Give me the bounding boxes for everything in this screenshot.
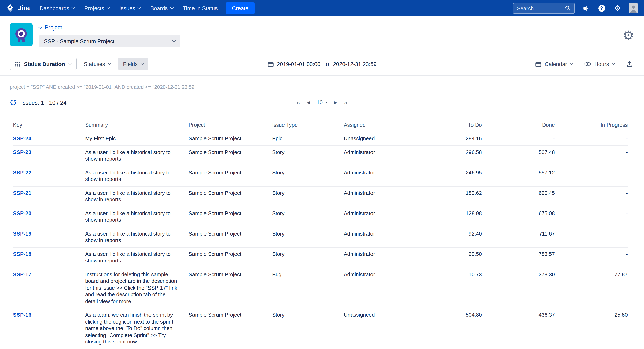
issue-key-link[interactable]: SSP-22 [13,169,31,176]
table-row: SSP-16As a team, we can finish the sprin… [13,308,628,349]
column-header-summary: Summary [85,118,188,132]
user-avatar[interactable] [628,3,638,13]
issue-project: Sample Scrum Project [188,227,272,247]
issue-key-link[interactable]: SSP-24 [13,135,31,142]
report-type-label: Status Duration [24,61,65,67]
calendar-mode-button[interactable]: Calendar [534,58,574,70]
nav-issues-label: Issues [119,5,135,11]
date-range-picker[interactable]: 2019-01-01 00:00 to 2020-12-31 23:59 [268,61,376,67]
issue-key-cell: SSP-16 [13,308,85,349]
create-button[interactable]: Create [226,2,254,14]
report-toolbar: Status Duration Statuses Fields 2019-01-… [0,52,644,76]
search-input[interactable]: Search [513,3,575,14]
caret-down-icon: ▾ [326,101,328,104]
top-navbar: Jira Dashboards Projects Issues Boards T… [0,0,644,16]
last-page-button[interactable]: » [344,99,348,106]
issue-type: Story [272,227,344,247]
inprogress-value: - [555,186,628,206]
todo-value: 183.62 [425,186,482,206]
inprogress-value: - [555,132,628,146]
table-row: SSP-21As a user, I'd like a historical s… [13,186,628,206]
project-meta: Project SSP - Sample Scrum Project [39,23,180,47]
done-value: 783.57 [482,247,555,268]
toolbar-left: Status Duration Statuses Fields [10,58,268,70]
jira-home-link[interactable]: Jira [6,4,30,13]
statuses-button[interactable]: Statuses [82,58,112,70]
feedback-megaphone-icon[interactable] [581,3,591,13]
issue-type: Story [272,146,344,166]
issue-assignee: Administrator [344,206,425,227]
settings-gear-icon[interactable]: ⚙ [613,3,622,13]
issue-summary: As a team, we can finish the sprint by c… [85,308,188,349]
refresh-icon[interactable] [10,99,17,106]
help-icon[interactable]: ? [597,3,606,13]
issue-key-link[interactable]: SSP-18 [13,251,31,257]
column-header-project: Project [188,118,272,132]
inprogress-value: - [555,206,628,227]
nav-issues[interactable]: Issues [119,5,140,11]
issue-key-cell: SSP-17 [13,268,85,308]
chevron-down-icon [140,62,144,65]
navbar-right: Search ? ⚙ [513,3,638,14]
issue-key-link[interactable]: SSP-21 [13,190,31,196]
issue-assignee: Administrator [344,227,425,247]
done-value: 507.48 [482,146,555,166]
issue-key-link[interactable]: SSP-16 [13,312,31,318]
nav-time-in-status[interactable]: Time in Status [183,5,218,11]
issue-project: Sample Scrum Project [188,186,272,206]
issues-bar: Issues: 1 - 10 / 24 « ◀ 10 ▾ ▶ » [0,90,644,109]
calendar-icon [535,61,541,67]
table-row: SSP-24My First EpicSample Scrum ProjectE… [13,132,628,146]
export-icon[interactable] [624,59,634,69]
chevron-down-icon [108,62,112,65]
issues-table: Key Summary Project Issue Type Assignee … [13,118,628,349]
fields-button[interactable]: Fields [118,58,148,70]
issue-project: Sample Scrum Project [188,247,272,268]
issue-assignee: Administrator [344,146,425,166]
chevron-down-icon [138,6,141,9]
primary-nav: Dashboards Projects Issues Boards Time i… [40,5,218,11]
column-header-key: Key [13,118,85,132]
jql-query-text: project = "SSP" AND created >= "2019-01-… [0,76,644,90]
todo-value: 296.58 [425,146,482,166]
project-section-toggle[interactable]: Project [39,24,180,30]
nav-projects[interactable]: Projects [84,5,110,11]
issues-count-label: Issues: 1 - 10 / 24 [21,99,66,106]
first-page-button[interactable]: « [296,99,300,106]
issue-assignee: Administrator [344,166,425,186]
issue-type: Bug [272,268,344,308]
issue-summary: As a user, I'd like a historical story t… [85,227,188,247]
project-avatar[interactable] [10,23,32,46]
column-header-issue-type: Issue Type [272,118,344,132]
project-select[interactable]: SSP - Sample Scrum Project [39,35,180,47]
prev-page-button[interactable]: ◀ [307,100,310,104]
issue-type: Story [272,308,344,349]
issue-key-cell: SSP-21 [13,186,85,206]
done-value: 378.30 [482,268,555,308]
report-type-button[interactable]: Status Duration [10,58,76,70]
inprogress-value: - [555,227,628,247]
chevron-down-icon [612,62,615,65]
nav-dashboards[interactable]: Dashboards [40,5,75,11]
column-header-done: Done [482,118,555,132]
date-from: 2019-01-01 00:00 [277,61,320,67]
done-value: - [482,132,555,146]
issue-key-link[interactable]: SSP-19 [13,230,31,236]
issue-summary: As a user, I'd like a historical story t… [85,247,188,268]
search-placeholder: Search [517,5,534,11]
issue-key-link[interactable]: SSP-17 [13,271,31,277]
next-page-button[interactable]: ▶ [334,100,337,104]
issue-project: Sample Scrum Project [188,308,272,349]
issue-key-link[interactable]: SSP-23 [13,149,31,155]
project-label: Project [45,24,62,30]
nav-boards[interactable]: Boards [150,5,173,11]
eye-icon [584,62,591,66]
project-select-value: SSP - Sample Scrum Project [44,38,114,44]
issue-key-cell: SSP-24 [13,132,85,146]
gear-glyph: ⚙ [614,4,621,12]
units-button[interactable]: Hours [582,58,616,70]
issue-key-link[interactable]: SSP-20 [13,210,31,216]
date-to: 2020-12-31 23:59 [333,61,376,67]
page-size-select[interactable]: 10 ▾ [316,100,328,106]
report-settings-gear-icon[interactable]: ⚙ [622,29,634,42]
